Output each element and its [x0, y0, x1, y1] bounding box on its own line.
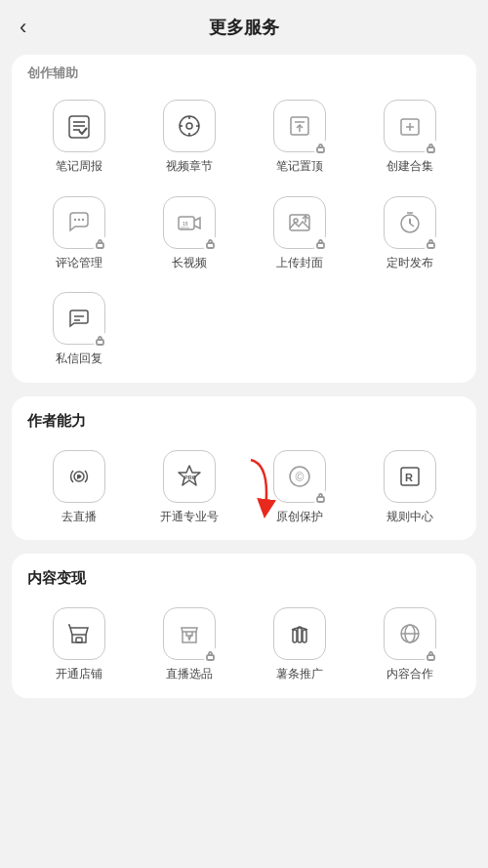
svg-point-18: [77, 218, 79, 220]
svg-point-19: [81, 218, 83, 220]
upload-cover-icon: [286, 209, 313, 236]
live-select-label: 直播选品: [166, 667, 213, 682]
monetize-section-title: 内容变现: [23, 569, 465, 588]
lock-icon: [205, 238, 216, 249]
pro-label: 开通专业号: [160, 510, 219, 525]
lock-icon: [95, 335, 105, 346]
header: ‹ 更多服务: [0, 0, 488, 55]
grid-item-comment-mgmt[interactable]: 评论管理: [23, 190, 134, 277]
pin-note-label: 笔记置顶: [276, 159, 323, 175]
svg-rect-44: [317, 497, 324, 502]
potato-icon-box: [273, 607, 326, 660]
rules-label: 规则中心: [386, 510, 433, 525]
potato-icon: [286, 620, 313, 647]
lock-icon: [95, 238, 105, 249]
svg-rect-33: [427, 243, 434, 248]
page-title: 更多服务: [209, 16, 279, 39]
lock-icon: [315, 492, 326, 503]
video-chapter-icon: [176, 112, 203, 140]
grid-item-pro[interactable]: PRO 开通专业号: [134, 444, 244, 531]
grid-item-shop[interactable]: 开通店铺: [23, 601, 134, 688]
svg-rect-55: [427, 655, 434, 660]
author-section-title: 作者能力: [23, 412, 465, 431]
rules-icon-box: R: [384, 450, 436, 503]
grid-item-dm-reply[interactable]: 私信回复: [23, 286, 134, 373]
author-grid: 去直播 PRO 开通专业号 ©: [23, 444, 465, 531]
long-video-lock: [203, 236, 219, 252]
monetize-section: 内容变现 开通店铺: [12, 554, 476, 698]
creation-grid: 笔记周报 视频章节: [23, 94, 465, 373]
svg-text:MINS: MINS: [181, 227, 189, 230]
upload-cover-lock: [313, 236, 329, 252]
comment-mgmt-label: 评论管理: [56, 256, 102, 271]
create-collection-lock: [424, 140, 439, 155]
timed-publish-label: 定时发布: [386, 256, 433, 271]
live-icon-box: [53, 450, 105, 503]
lock-icon: [205, 650, 216, 661]
lock-icon: [315, 143, 326, 153]
svg-text:©: ©: [295, 471, 304, 484]
shop-icon-box: [53, 607, 105, 660]
svg-rect-47: [76, 638, 82, 642]
grid-item-weekly[interactable]: 笔记周报: [23, 94, 134, 181]
grid-item-upload-cover[interactable]: 上传封面: [244, 190, 354, 277]
svg-rect-48: [207, 655, 214, 660]
live-select-lock: [203, 647, 219, 663]
dm-reply-label: 私信回复: [56, 351, 102, 367]
monetize-grid: 开通店铺 直播选品: [23, 601, 465, 688]
create-collection-icon-box: [384, 100, 436, 152]
svg-line-31: [410, 224, 414, 227]
create-collection-icon: [396, 112, 424, 140]
pin-note-lock: [313, 140, 329, 155]
original-icon: ©: [286, 463, 313, 490]
svg-rect-50: [298, 627, 302, 642]
live-select-icon: [176, 620, 203, 647]
original-lock: [313, 490, 329, 506]
comment-mgmt-lock: [93, 236, 108, 252]
grid-item-potato[interactable]: 薯条推广: [244, 601, 354, 688]
grid-item-create-collection[interactable]: 创建合集: [354, 94, 465, 181]
grid-item-pin-note[interactable]: 笔记置顶: [244, 94, 354, 181]
live-select-icon-box: [163, 607, 216, 660]
grid-item-live-select[interactable]: 直播选品: [134, 601, 244, 688]
live-label: 去直播: [61, 510, 97, 525]
rules-icon: R: [396, 463, 424, 490]
pin-note-icon-box: [273, 100, 326, 152]
grid-item-video-chapter[interactable]: 视频章节: [134, 94, 244, 181]
grid-item-timed-publish[interactable]: 定时发布: [354, 190, 465, 277]
lock-icon: [426, 143, 436, 153]
upload-cover-label: 上传封面: [276, 256, 323, 271]
grid-item-live[interactable]: 去直播: [23, 444, 134, 531]
svg-text:R: R: [405, 472, 413, 483]
live-icon: [65, 463, 93, 490]
lock-icon: [426, 650, 436, 661]
dm-reply-lock: [93, 332, 108, 348]
collab-label: 内容合作: [386, 667, 433, 682]
svg-rect-16: [427, 147, 434, 152]
dm-reply-icon-box: [53, 292, 105, 345]
timed-publish-icon: [396, 209, 424, 236]
svg-rect-0: [69, 116, 89, 138]
svg-rect-36: [97, 340, 103, 345]
back-button[interactable]: ‹: [20, 17, 26, 38]
shop-icon: [65, 620, 93, 647]
pro-icon: PRO: [176, 463, 203, 490]
grid-item-long-video[interactable]: 15 MINS 长视频: [134, 190, 244, 277]
svg-point-17: [73, 218, 75, 220]
timed-publish-icon-box: [384, 196, 436, 249]
long-video-icon: 15 MINS: [176, 209, 203, 236]
grid-item-rules[interactable]: R 规则中心: [354, 444, 465, 531]
pro-icon-box: PRO: [163, 450, 216, 503]
pin-note-icon: [286, 112, 313, 140]
weekly-icon: [65, 112, 93, 140]
long-video-icon-box: 15 MINS: [163, 196, 216, 249]
potato-label: 薯条推广: [276, 667, 323, 682]
dm-reply-icon: [65, 305, 93, 332]
grid-item-collab[interactable]: 内容合作: [354, 601, 465, 688]
creation-section-partial-title: 创作辅助: [23, 64, 465, 82]
grid-item-original[interactable]: © 原创保护: [244, 444, 354, 531]
comment-mgmt-icon-box: [53, 196, 105, 249]
creation-section: 创作辅助 笔记周报: [12, 55, 476, 383]
svg-rect-49: [293, 630, 297, 642]
collab-icon: [396, 620, 424, 647]
